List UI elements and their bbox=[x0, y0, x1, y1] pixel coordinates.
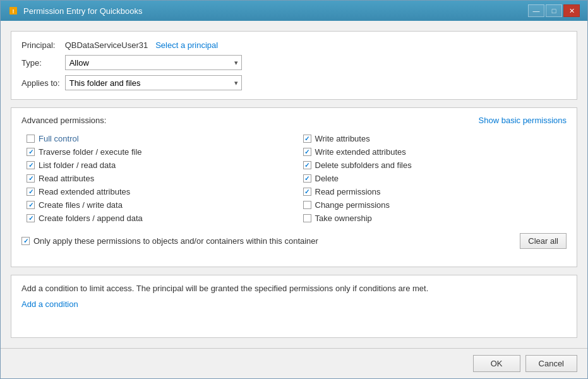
permissions-section: Advanced permissions: Show basic permiss… bbox=[11, 107, 577, 267]
perm-label-read-attributes: Read attributes bbox=[39, 174, 94, 183]
permissions-grid: Full controlWrite attributesTraverse fol… bbox=[21, 133, 567, 224]
perm-checkbox-create-files[interactable] bbox=[27, 201, 35, 209]
perm-item-read-permissions: Read permissions bbox=[303, 186, 567, 198]
perm-checkbox-read-permissions[interactable] bbox=[303, 188, 311, 196]
perm-label-traverse-folder: Traverse folder / execute file bbox=[39, 147, 142, 157]
perm-checkbox-list-folder[interactable] bbox=[27, 161, 35, 169]
applies-to-dropdown-wrapper: This folder and files bbox=[65, 75, 242, 90]
perm-label-create-files: Create files / write data bbox=[39, 200, 123, 210]
perm-label-full-control: Full control bbox=[39, 134, 79, 143]
perm-checkbox-read-extended-attributes[interactable] bbox=[27, 188, 35, 196]
perm-label-change-permissions: Change permissions bbox=[315, 200, 390, 210]
condition-description: Add a condition to limit access. The pri… bbox=[21, 283, 567, 294]
perm-checkbox-delete-subfolders[interactable] bbox=[303, 161, 311, 169]
perm-checkbox-traverse-folder[interactable] bbox=[27, 148, 35, 156]
perm-checkbox-write-extended-attributes[interactable] bbox=[303, 148, 311, 156]
perm-label-create-folders: Create folders / append data bbox=[39, 214, 143, 223]
perm-item-take-ownership: Take ownership bbox=[303, 212, 567, 224]
perm-label-read-extended-attributes: Read extended attributes bbox=[39, 187, 130, 196]
applies-to-label: Applies to: bbox=[21, 78, 60, 88]
permissions-title: Advanced permissions: bbox=[21, 116, 106, 125]
select-principal-link[interactable]: Select a principal bbox=[155, 40, 218, 50]
title-bar-left: ! Permission Entry for Quickbooks bbox=[8, 6, 143, 16]
applies-to-dropdown[interactable]: This folder and files bbox=[65, 75, 242, 90]
add-condition-link[interactable]: Add a condition bbox=[21, 299, 567, 309]
perm-item-delete-subfolders: Delete subfolders and files bbox=[303, 159, 567, 171]
perm-label-list-folder: List folder / read data bbox=[39, 160, 116, 170]
type-dropdown-wrapper: Allow bbox=[65, 55, 242, 70]
only-apply-row: Only apply these permissions to objects … bbox=[21, 229, 567, 249]
type-label: Type: bbox=[21, 58, 60, 68]
perm-label-write-extended-attributes: Write extended attributes bbox=[315, 147, 406, 157]
principal-label: Principal: bbox=[21, 40, 60, 50]
principal-value: QBDataServiceUser31 Select a principal bbox=[65, 40, 567, 50]
perm-item-read-extended-attributes: Read extended attributes bbox=[27, 186, 291, 198]
dialog-body: Principal: QBDataServiceUser31 Select a … bbox=[1, 21, 587, 348]
perm-item-write-extended-attributes: Write extended attributes bbox=[303, 146, 567, 158]
perm-item-change-permissions: Change permissions bbox=[303, 199, 567, 211]
svg-text:!: ! bbox=[13, 8, 15, 15]
condition-section: Add a condition to limit access. The pri… bbox=[11, 275, 577, 338]
perm-checkbox-take-ownership[interactable] bbox=[303, 214, 311, 222]
close-button[interactable]: ✕ bbox=[563, 4, 580, 17]
principal-grid: Principal: QBDataServiceUser31 Select a … bbox=[21, 40, 567, 90]
title-bar: ! Permission Entry for Quickbooks — □ ✕ bbox=[1, 1, 587, 21]
permissions-header: Advanced permissions: Show basic permiss… bbox=[21, 116, 567, 125]
perm-label-delete: Delete bbox=[315, 174, 339, 183]
perm-label-take-ownership: Take ownership bbox=[315, 214, 372, 223]
perm-item-full-control: Full control bbox=[27, 133, 291, 145]
perm-checkbox-full-control[interactable] bbox=[27, 135, 35, 143]
show-basic-link[interactable]: Show basic permissions bbox=[479, 116, 567, 125]
perm-checkbox-create-folders[interactable] bbox=[27, 214, 35, 222]
only-apply-checkbox[interactable] bbox=[21, 237, 30, 245]
clear-all-button[interactable]: Clear all bbox=[520, 233, 567, 249]
perm-checkbox-write-attributes[interactable] bbox=[303, 135, 311, 143]
perm-item-create-folders: Create folders / append data bbox=[27, 212, 291, 224]
ok-button[interactable]: OK bbox=[473, 355, 520, 372]
dialog-window: ! Permission Entry for Quickbooks — □ ✕ … bbox=[0, 0, 588, 379]
principal-name: QBDataServiceUser31 bbox=[65, 40, 148, 50]
perm-item-traverse-folder: Traverse folder / execute file bbox=[27, 146, 291, 158]
perm-checkbox-delete[interactable] bbox=[303, 174, 311, 183]
perm-checkbox-read-attributes[interactable] bbox=[27, 174, 35, 183]
perm-item-write-attributes: Write attributes bbox=[303, 133, 567, 145]
maximize-button[interactable]: □ bbox=[546, 4, 562, 17]
perm-label-write-attributes: Write attributes bbox=[315, 134, 370, 143]
cancel-button[interactable]: Cancel bbox=[525, 355, 577, 372]
perm-item-read-attributes: Read attributes bbox=[27, 172, 291, 184]
only-apply-label: Only apply these permissions to objects … bbox=[33, 236, 318, 246]
minimize-button[interactable]: — bbox=[528, 4, 544, 17]
title-buttons: — □ ✕ bbox=[528, 4, 580, 17]
dialog-footer: OK Cancel bbox=[1, 348, 587, 378]
perm-label-read-permissions: Read permissions bbox=[315, 187, 381, 196]
perm-checkbox-change-permissions[interactable] bbox=[303, 201, 311, 209]
app-icon: ! bbox=[8, 6, 18, 16]
perm-label-delete-subfolders: Delete subfolders and files bbox=[315, 160, 412, 170]
perm-item-list-folder: List folder / read data bbox=[27, 159, 291, 171]
dialog-title: Permission Entry for Quickbooks bbox=[23, 6, 143, 16]
perm-item-create-files: Create files / write data bbox=[27, 199, 291, 211]
principal-section: Principal: QBDataServiceUser31 Select a … bbox=[11, 31, 577, 100]
type-dropdown[interactable]: Allow bbox=[65, 55, 242, 70]
perm-item-delete: Delete bbox=[303, 172, 567, 184]
